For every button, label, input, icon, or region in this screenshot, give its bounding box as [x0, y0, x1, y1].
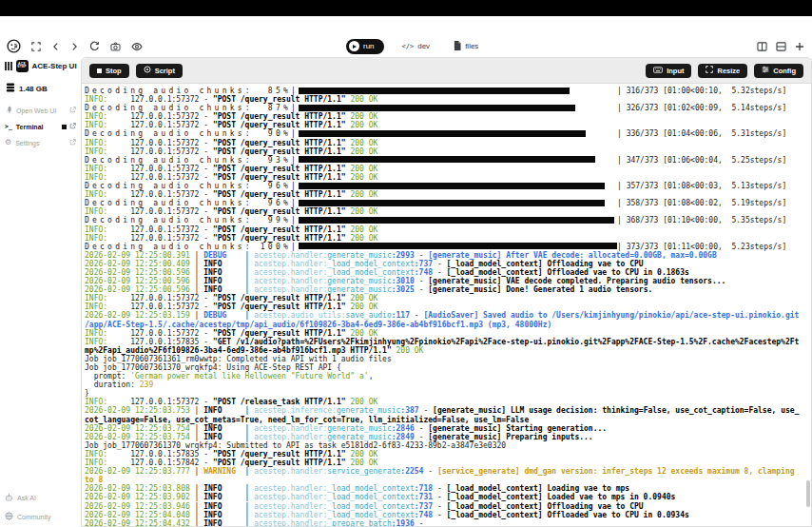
terminal-line: INFO: 127.0.0.1:57372 - "POST /query_res…: [85, 173, 811, 182]
terminal-line: 2026-02-09 12:25:03.754 | INFO | acestep…: [85, 433, 811, 441]
external-link-icon: [69, 107, 76, 114]
terminal-line: Decoding audio chunks: 96%|| 358/373 [01…: [85, 199, 811, 207]
memory-value: 1.48 GB: [19, 85, 48, 93]
stop-button[interactable]: Stop: [89, 64, 129, 78]
run-button[interactable]: run: [346, 39, 384, 54]
terminal-header: Stop Script Input Resize Config: [82, 58, 811, 84]
terminal-line: prompt: 'German power metal like Hellowe…: [85, 372, 811, 381]
scrollbar-thumb[interactable]: [806, 480, 810, 507]
input-button[interactable]: Input: [646, 64, 691, 78]
terminal-line: Decoding audio chunks: 87%|| 326/373 [01…: [85, 104, 811, 112]
terminal-panel: Stop Script Input Resize Config Decoding…: [81, 57, 812, 527]
terminal-line: INFO: 127.0.0.1:57372 - "POST /query_res…: [85, 329, 811, 338]
script-button[interactable]: Script: [136, 64, 183, 78]
progress-bar: [299, 130, 617, 137]
files-label: files: [465, 42, 478, 50]
run-label: run: [363, 42, 375, 50]
drag-handle-icon[interactable]: [5, 62, 12, 70]
play-icon: [349, 41, 359, 51]
pinokio-logo[interactable]: [7, 39, 21, 53]
add-tab-icon[interactable]: [795, 42, 804, 51]
terminal-line: INFO: 127.0.0.1:57835 - "GET /v1/audio?p…: [85, 338, 811, 346]
resize-label: Resize: [717, 67, 740, 75]
eye-icon[interactable]: [131, 42, 143, 51]
sidebar-item-settings[interactable]: ⚙ Settings: [0, 136, 81, 149]
terminal-line: INFO: 127.0.0.1:57372 - "POST /query_res…: [85, 225, 811, 234]
terminal-line: 2026-02-09 12:25:00.409 | INFO | acestep…: [85, 260, 811, 268]
config-button[interactable]: Config: [754, 64, 803, 78]
terminal-line: 2026-02-09 12:25:03.159 | DEBUG | aceste…: [85, 311, 811, 320]
toolbar: run </> dev files: [0, 36, 812, 56]
terminal-line: 2026-02-09 12:25:00.596 | INFO | acestep…: [85, 268, 811, 277]
terminal-line: Decoding audio chunks: 100%|| 373/373 [0…: [85, 243, 811, 251]
script-label: Script: [155, 67, 175, 75]
progress-bar: [299, 88, 617, 94]
terminal-line: INFO: 127.0.0.1:57842 - "POST /query_res…: [85, 459, 811, 467]
camera-icon[interactable]: [110, 42, 121, 51]
resize-button[interactable]: Resize: [698, 64, 747, 78]
terminal-line: duration: 239: [85, 381, 811, 389]
sidebar-item-label: Open Web UI: [16, 107, 56, 114]
progress-bar: [299, 183, 617, 189]
terminal-line: 2026-02-09 12:25:03.777 | WARNING | aces…: [85, 467, 811, 476]
terminal-line: INFO: 127.0.0.1:57372 - "POST /query_res…: [85, 190, 811, 199]
terminal-line: Decoding audio chunks: 96%|| 357/373 [01…: [85, 182, 811, 190]
sidebar-item-label: Community: [17, 514, 50, 520]
fullscreen-icon[interactable]: [31, 42, 41, 51]
terminal-line: 2026-02-09 12:25:03.754 | INFO | acestep…: [85, 424, 811, 433]
resize-icon: [706, 66, 713, 75]
sidebar-item-open-web-ui[interactable]: Open Web UI: [0, 104, 81, 117]
terminal-line: /app/ACE-Step-1.5/.cache/acestep/tmp/api…: [85, 321, 811, 329]
dev-label: dev: [417, 42, 430, 50]
external-link-icon[interactable]: [69, 123, 76, 130]
app-header: ACE STEP ACE-Step UI: [0, 58, 81, 73]
sidebar-item-terminal[interactable]: >_ Terminal: [0, 120, 81, 133]
stop-icon: [97, 68, 102, 73]
dev-tab[interactable]: </> dev: [396, 41, 436, 51]
toolbar-left: [7, 36, 143, 56]
terminal-line: cot_language=False, use_cot_metas=True, …: [85, 416, 811, 424]
robot-icon: [5, 494, 13, 502]
terminal-line: INFO: 127.0.0.1:57372 - "POST /query_res…: [85, 294, 811, 303]
terminal-output[interactable]: Decoding audio chunks: 85%|| 316/373 [01…: [82, 85, 811, 526]
terminal-line: 2026-02-09 12:25:03.946 | INFO | acestep…: [85, 502, 811, 511]
progress-bar: [299, 105, 617, 111]
file-icon: [454, 41, 461, 52]
terminal-icon: >_: [5, 123, 12, 130]
progress-bar: [299, 200, 617, 206]
terminal-line: Job job_1770607361361_rm0wwtp: Completed…: [85, 355, 811, 363]
code-icon: </>: [402, 43, 415, 50]
terminal-line: 2026-02-09 12:25:00.596 | INFO | acestep…: [85, 277, 811, 285]
terminal-line: to 8: [85, 476, 811, 484]
terminal-line: mp%2Fapi_audio%2F6f109826-3ba4-6ed9-386e…: [85, 346, 811, 355]
progress-bar: [299, 217, 617, 224]
split-columns-icon[interactable]: [757, 42, 767, 51]
sidebar-item-community[interactable]: Community: [0, 510, 81, 523]
running-indicator-icon: [62, 125, 67, 129]
rocket-icon: [5, 106, 12, 115]
globe-icon: [5, 512, 13, 521]
split-rows-icon[interactable]: [776, 42, 786, 51]
script-icon: [144, 66, 151, 75]
forward-icon[interactable]: [70, 42, 79, 51]
sidebar-item-label: Settings: [15, 140, 39, 146]
terminal-line: Decoding audio chunks: 85%|| 316/373 [01…: [85, 87, 811, 95]
terminal-line: INFO: 127.0.0.1:57372 - "POST /query_res…: [85, 207, 811, 216]
terminal-line: INFO: 127.0.0.1:57372 - "POST /query_res…: [85, 139, 811, 147]
memory-stack-icon: [6, 83, 15, 94]
sidebar-item-label: Ask AI: [17, 495, 36, 501]
files-tab[interactable]: files: [448, 40, 484, 53]
terminal-line: INFO: 127.0.0.1:57835 - "POST /query_res…: [85, 450, 811, 459]
back-icon[interactable]: [51, 42, 60, 51]
terminal-line: Decoding audio chunks: 93%|| 347/373 [01…: [85, 156, 811, 165]
terminal-line: 2026-02-09 12:25:03.753 | INFO | acestep…: [85, 406, 811, 415]
refresh-icon[interactable]: [89, 41, 100, 51]
progress-bar: [299, 243, 617, 249]
terminal-line: 2026-02-09 12:25:04.040 | INFO | acestep…: [85, 511, 811, 519]
terminal-line: INFO: 127.0.0.1:57372 - "POST /query_res…: [85, 234, 811, 243]
sidebar-item-ask-ai[interactable]: Ask AI: [0, 491, 81, 504]
terminal-line: 2026-02-09 12:25:00.391 | DEBUG | aceste…: [85, 251, 811, 260]
terminal-line: 2026-02-09 12:25:03.902 | INFO | acestep…: [85, 493, 811, 501]
terminal-line: Job job_1770607361370_wrqkfp4: Submitted…: [85, 441, 811, 450]
app-badge-icon: ACE STEP: [16, 60, 29, 72]
